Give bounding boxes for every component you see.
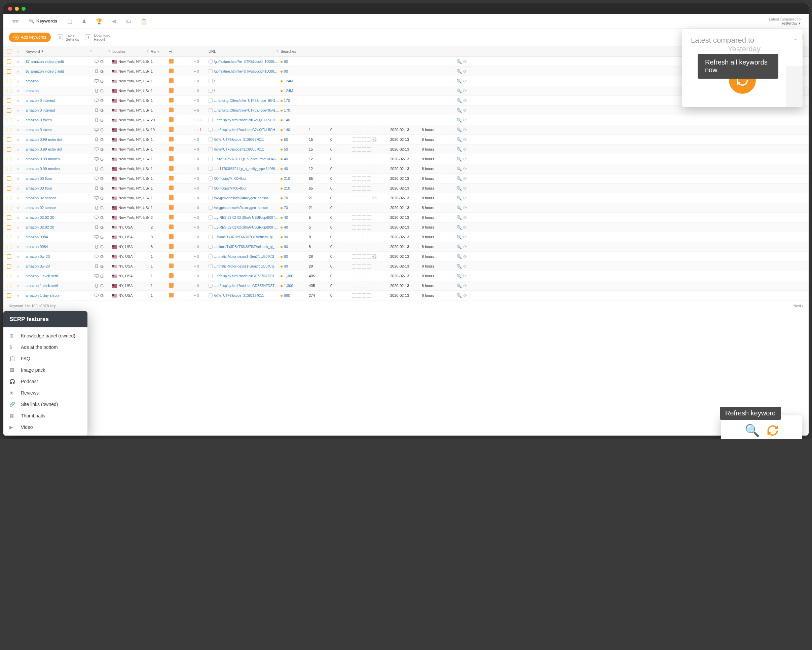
keyword-link[interactable]: amazon xyxy=(26,79,93,83)
row-actions[interactable]: 🔍 ⟳ xyxy=(456,69,467,74)
row-actions[interactable]: 🔍 ⟳ xyxy=(456,157,467,162)
row-actions[interactable]: 🔍 ⟳ xyxy=(456,215,467,220)
star-button[interactable]: ★ xyxy=(16,196,24,201)
filter-icon[interactable]: ▼ xyxy=(90,49,93,53)
row-actions[interactable]: 🔍 ⟳ xyxy=(456,98,467,103)
url-cell[interactable]: /oxygen-sensor/s?k=oxygen+sensor xyxy=(209,196,279,200)
row-actions[interactable]: 🔍 ⟳ xyxy=(456,283,467,288)
keyword-link[interactable]: amazon 0 interest xyxy=(26,108,93,112)
keyword-link[interactable]: amazon 1 click setti xyxy=(26,274,93,278)
minimize-window-button[interactable] xyxy=(15,7,19,11)
serp-feature-item[interactable]: 🖼Image pack xyxy=(3,364,87,376)
url-cell[interactable]: ...er/display.html?nodeId=GDZ8ZNZDSTL6ZY… xyxy=(209,274,279,278)
row-actions[interactable]: 🔍 ⟳ xyxy=(456,264,467,269)
url-cell[interactable]: /gp/feature.html?ie=UTF8&docId=100083411… xyxy=(209,69,279,73)
table-settings-button[interactable]: ⚙ TableSettings xyxy=(57,33,79,41)
url-cell[interactable]: /oxygen-sensor/s?k=oxygen+sensor xyxy=(209,206,279,210)
keyword-link[interactable]: amazon 02 sensor xyxy=(26,206,93,210)
star-button[interactable]: ★ xyxy=(16,88,24,93)
keyword-link[interactable]: amazon 0984 xyxy=(26,245,93,249)
star-button[interactable]: ★ xyxy=(16,215,24,220)
row-actions[interactable]: 🔍 ⟳ xyxy=(456,118,467,123)
serp-features-cell[interactable] xyxy=(352,157,389,161)
tab-trophy-icon[interactable]: 🏆 xyxy=(91,14,107,29)
chevron-down-icon[interactable] xyxy=(794,39,797,42)
keyword-link[interactable]: amazon 1 click setti xyxy=(26,284,93,288)
row-checkbox[interactable] xyxy=(7,196,11,200)
star-button[interactable]: ★ xyxy=(16,176,24,181)
url-cell[interactable]: /b?ie=UTF8&node=21390537011 xyxy=(209,147,279,151)
row-actions[interactable]: 🔍 ⟳ xyxy=(456,88,467,93)
keyword-link[interactable]: $7 amazon video credit xyxy=(26,69,93,73)
row-checkbox[interactable] xyxy=(7,254,11,259)
serp-features-cell[interactable] xyxy=(352,264,389,268)
col-location[interactable]: Location▼ xyxy=(112,49,150,53)
col-rank[interactable]: Rank xyxy=(151,49,168,53)
serp-feature-item[interactable]: ▦Thumbnails xyxy=(3,410,87,422)
keyword-link[interactable]: amazon 0.99 echo dot xyxy=(26,147,93,151)
star-button[interactable]: ★ xyxy=(16,225,24,230)
row-actions[interactable]: 🔍 ⟳ xyxy=(456,234,467,240)
row-actions[interactable]: 🔍 ⟳ xyxy=(456,147,467,152)
serp-features-cell[interactable]: +1 xyxy=(352,137,389,142)
search-icon[interactable]: 🔍 xyxy=(745,423,760,438)
row-actions[interactable]: 🔍 ⟳ xyxy=(456,166,467,171)
serp-features-cell[interactable] xyxy=(352,245,389,249)
row-actions[interactable]: 🔍 ⟳ xyxy=(456,196,467,201)
star-button[interactable]: ★ xyxy=(16,79,24,84)
url-cell[interactable]: ...er/display.html?nodeId=GDZ8ZNZDSTL6ZY… xyxy=(209,284,279,288)
url-cell[interactable]: /b?ie=UTF8&node=21382124011 xyxy=(209,294,279,297)
serp-feature-item[interactable]: ⊞Knowledge panel (owned) xyxy=(3,330,87,341)
next-page-button[interactable]: Next › xyxy=(794,304,803,308)
row-checkbox[interactable] xyxy=(7,294,11,298)
url-cell[interactable]: ...stions/Tx3RBYF6N387I3E/ref=ask_ql_ql_… xyxy=(209,245,279,249)
serp-features-cell[interactable]: +1 xyxy=(352,254,389,259)
row-checkbox[interactable] xyxy=(7,274,11,278)
keyword-link[interactable]: amazon 0.99 echo dot xyxy=(26,137,93,142)
keyword-link[interactable]: amazon 0 taxes xyxy=(26,128,93,132)
row-checkbox[interactable] xyxy=(7,264,11,268)
maximize-window-button[interactable] xyxy=(21,7,26,11)
serp-features-cell[interactable] xyxy=(352,284,389,288)
serp-features-cell[interactable] xyxy=(352,147,389,152)
star-button[interactable]: ★ xyxy=(16,108,24,113)
row-actions[interactable]: 🔍 ⟳ xyxy=(456,244,467,250)
row-actions[interactable]: 🔍 ⟳ xyxy=(456,225,467,230)
star-button[interactable]: ★ xyxy=(16,166,24,171)
keyword-link[interactable]: amazon 0984 xyxy=(26,235,93,239)
url-cell[interactable]: ...y-RES-32-02-02-20mA-USSR/dp/B00T1W5VP… xyxy=(209,225,279,229)
url-cell[interactable]: /00-flour/s?k=00+flour xyxy=(209,186,279,190)
serp-feature-item[interactable]: 🎧Podcast xyxy=(3,376,87,387)
row-checkbox[interactable] xyxy=(7,177,11,181)
row-checkbox[interactable] xyxy=(7,99,11,103)
star-button[interactable]: ★ xyxy=(16,244,24,250)
star-button[interactable]: ★ xyxy=(16,264,24,269)
row-actions[interactable]: 🔍 ⟳ xyxy=(456,254,467,259)
url-cell[interactable]: ...y-RES-32-02-02-20mA-USSR/dp/B00T1W5VP… xyxy=(209,215,279,219)
serp-feature-item[interactable]: 📋FAQ xyxy=(3,353,87,364)
url-cell[interactable]: / xyxy=(209,89,279,93)
row-actions[interactable]: 🔍 ⟳ xyxy=(456,59,467,64)
serp-features-cell[interactable] xyxy=(352,225,389,230)
keyword-link[interactable]: amazon 0.99 movies xyxy=(26,157,93,161)
row-actions[interactable]: 🔍 ⟳ xyxy=(456,186,467,191)
row-checkbox[interactable] xyxy=(7,147,11,152)
star-button[interactable]: ★ xyxy=(16,274,24,279)
row-checkbox[interactable] xyxy=(7,215,11,220)
star-button[interactable]: ★ xyxy=(16,147,24,152)
keyword-link[interactable]: amazon 00 flour xyxy=(26,186,93,190)
col-keyword[interactable]: Keyword ▾▼ xyxy=(26,49,93,53)
close-window-button[interactable] xyxy=(8,7,12,11)
serp-features-cell[interactable]: +2 xyxy=(352,196,389,200)
star-button[interactable]: ★ xyxy=(16,98,24,103)
star-button[interactable]: ★ xyxy=(16,59,24,64)
keyword-link[interactable]: amazon 0 taxes xyxy=(26,118,93,122)
row-actions[interactable]: 🔍 ⟳ xyxy=(456,274,467,279)
row-checkbox[interactable] xyxy=(7,186,11,190)
url-cell[interactable]: ...nthetic-Motor-dexos1-Gen2/dp/B07CG384… xyxy=(209,264,279,268)
star-button[interactable]: ★ xyxy=(16,234,24,240)
tab-chess-icon[interactable]: ♟ xyxy=(77,14,91,29)
serp-features-cell[interactable] xyxy=(352,186,389,190)
col-url[interactable]: URL▼ xyxy=(209,49,279,53)
tab-binoculars-icon[interactable]: 👓 xyxy=(8,14,24,29)
